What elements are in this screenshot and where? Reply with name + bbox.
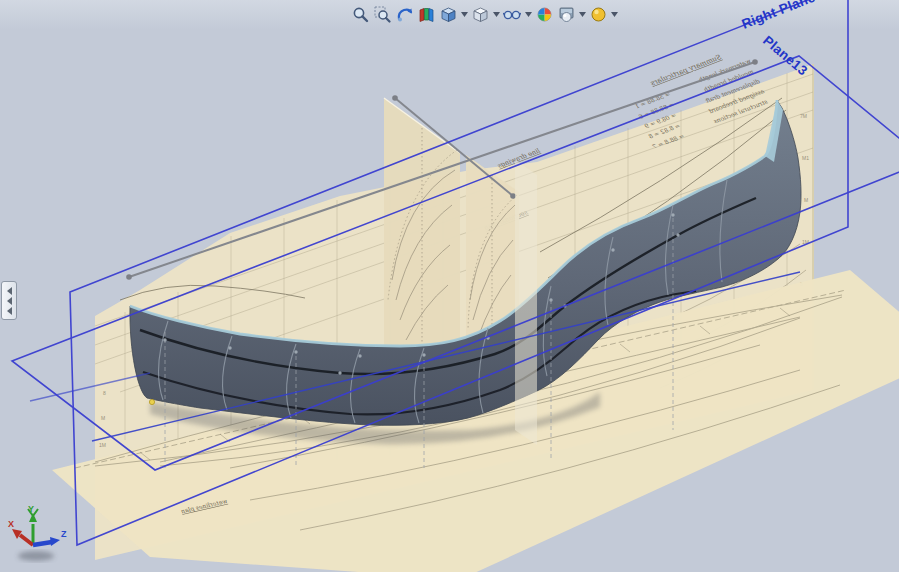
svg-text:M: M	[804, 197, 808, 203]
chevron-left-icon	[7, 297, 12, 305]
feature-panel-flyout-handle[interactable]	[1, 281, 17, 320]
svg-text:7M: 7M	[800, 113, 807, 119]
rotate-view-icon[interactable]	[394, 4, 414, 24]
svg-text:M1: M1	[802, 155, 809, 161]
heads-up-view-toolbar	[350, 3, 618, 25]
svg-text:8: 8	[103, 390, 106, 396]
display-style-dropdown[interactable]	[492, 4, 500, 24]
view-settings-icon[interactable]	[588, 4, 608, 24]
cad-application-window: Summary particulars = 58.88 = 1 = 88.88 …	[0, 0, 899, 572]
section-view-icon[interactable]	[416, 4, 436, 24]
svg-text:1M: 1M	[99, 442, 106, 448]
sketch-point-marker[interactable]	[149, 399, 154, 404]
triad-z-label: Z	[61, 529, 67, 539]
apply-scene-dropdown[interactable]	[578, 4, 586, 24]
apply-scene-icon[interactable]	[556, 4, 576, 24]
triad-y-label: Y	[28, 504, 34, 514]
hide-show-items-icon[interactable]	[502, 4, 522, 24]
view-settings-dropdown[interactable]	[610, 4, 618, 24]
graphics-viewport[interactable]: Summary particulars = 58.88 = 1 = 88.88 …	[0, 0, 899, 572]
chevron-left-icon	[7, 307, 12, 315]
triad-x-label: X	[8, 519, 14, 529]
hide-show-items-dropdown[interactable]	[524, 4, 532, 24]
zoom-to-fit-icon[interactable]	[350, 4, 370, 24]
display-style-icon[interactable]	[470, 4, 490, 24]
sketch-picture-edge-strip	[515, 160, 537, 445]
chevron-left-icon	[7, 287, 12, 295]
view-orientation-icon[interactable]	[438, 4, 458, 24]
svg-text:M: M	[101, 415, 105, 421]
edit-appearance-icon[interactable]	[534, 4, 554, 24]
zoom-to-area-icon[interactable]	[372, 4, 392, 24]
view-orientation-dropdown[interactable]	[460, 4, 468, 24]
